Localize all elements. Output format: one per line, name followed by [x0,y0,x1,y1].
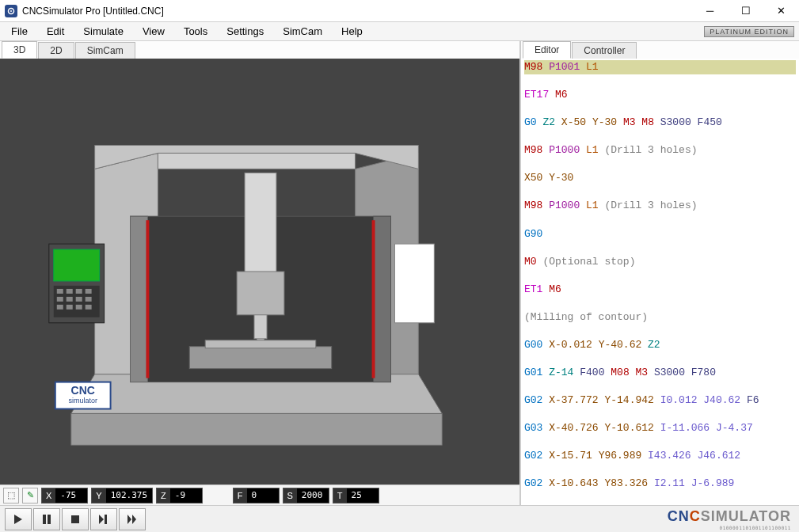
svg-point-1 [10,10,12,12]
svg-rect-33 [76,305,82,310]
coord-f: F 0 [233,488,280,504]
pause-button[interactable] [33,508,60,530]
coord-t: T 25 [333,488,379,504]
menu-simulate[interactable]: Simulate [74,22,133,40]
menubar: File Edit Simulate View Tools Settings S… [0,22,799,41]
coord-x: X -75 [41,488,88,504]
menu-help[interactable]: Help [332,22,372,40]
transport-bar: CNCSIMULATOR 0100001101001101100011 [0,505,799,532]
fast-forward-button[interactable] [119,508,146,530]
coord-y-label: Y [92,488,105,503]
svg-rect-23 [57,289,63,294]
svg-rect-14 [245,173,276,283]
gcode-line[interactable]: G02 X-10.643 Y83.326 I2.11 J-6.989 [524,477,796,491]
svg-rect-25 [76,289,82,294]
svg-marker-3 [71,413,443,445]
gcode-editor[interactable]: M98 P1001 L1 ET17 M6 G0 Z2 X-50 Y-30 M3 … [521,59,799,505]
gcode-line[interactable]: G00 X-0.012 Y-40.62 Z2 [524,338,796,352]
svg-rect-32 [67,305,73,310]
coord-f-value: 0 [247,488,279,503]
gcode-line[interactable]: X50 Y-30 [524,171,796,185]
coord-z: Z -9 [156,488,203,504]
titlebar: CNCSimulator Pro [Untitled.CNC] ─ ☐ ✕ [0,0,799,22]
svg-rect-26 [86,289,92,294]
coord-s-label: S [283,488,297,503]
menu-simcam[interactable]: SimCam [273,22,332,40]
edition-badge: PLATINUM EDITION [704,26,794,37]
coord-y: Y 102.375 [91,488,153,504]
tab-3d[interactable]: 3D [2,41,37,59]
stop-button[interactable] [62,508,89,530]
svg-rect-34 [86,305,92,310]
svg-marker-38 [14,515,22,524]
coord-x-value: -75 [55,488,87,503]
play-button[interactable] [5,508,32,530]
gcode-line[interactable]: ET1 M6 [524,283,796,297]
tab-simcam[interactable]: SimCam [75,42,135,59]
svg-rect-13 [394,244,434,323]
menu-edit[interactable]: Edit [37,22,74,40]
svg-rect-29 [76,297,82,302]
tab-2d[interactable]: 2D [38,42,74,59]
svg-rect-40 [48,515,51,524]
gcode-line[interactable]: M98 P1000 L1 (Drill 3 holes) [524,199,796,213]
svg-rect-19 [205,340,316,348]
maximize-button[interactable]: ☐ [728,0,763,22]
svg-rect-15 [237,272,284,315]
svg-marker-45 [132,515,136,524]
svg-rect-11 [146,220,149,378]
menu-tools[interactable]: Tools [174,22,217,40]
app-icon [5,5,17,17]
svg-rect-12 [372,220,375,378]
gcode-line[interactable]: G90 [524,227,796,241]
gcode-line[interactable]: G0 Z2 X-50 Y-30 M3 M8 S3000 F450 [524,116,796,130]
zoom-extents-icon[interactable]: ⬚ [3,488,19,504]
gcode-line[interactable]: M98 P1001 L1 [524,60,796,74]
menu-settings[interactable]: Settings [217,22,273,40]
svg-text:simulator: simulator [68,397,97,405]
svg-rect-9 [130,216,147,382]
svg-rect-41 [71,515,79,523]
svg-rect-43 [105,515,107,524]
coordinate-bar: ⬚ ✎ X -75 Y 102.375 Z -9 F 0 S 2000 [0,484,519,505]
svg-rect-10 [374,216,391,382]
coord-f-label: F [234,488,247,503]
svg-rect-16 [254,315,267,339]
gcode-line[interactable]: M98 P1000 L1 (Drill 3 holes) [524,143,796,158]
view-tabs: 3D 2D SimCam [0,41,519,59]
svg-rect-21 [54,249,100,281]
coord-y-value: 102.375 [106,488,152,503]
menu-file[interactable]: File [2,22,37,40]
svg-rect-31 [57,305,63,310]
svg-rect-28 [67,297,73,302]
close-button[interactable]: ✕ [763,0,799,22]
tab-editor[interactable]: Editor [523,41,571,59]
coord-s-value: 2000 [297,488,329,503]
svg-rect-30 [86,297,92,302]
minimize-button[interactable]: ─ [692,0,728,22]
coord-x-label: X [42,488,55,503]
coord-s: S 2000 [283,488,329,504]
footer-logo: CNCSIMULATOR 0100001101001101100011 [668,508,794,530]
gcode-line[interactable]: ET17 M6 [524,88,796,102]
gcode-line[interactable]: M0 (Optional stop) [524,255,796,269]
svg-rect-24 [67,289,73,294]
3d-viewport[interactable]: CNC simulator [0,59,519,484]
svg-marker-42 [99,515,104,524]
step-forward-button[interactable] [90,508,117,530]
editor-tabs: Editor Controller [521,41,799,59]
svg-rect-27 [57,297,63,302]
gcode-line[interactable]: G02 X-37.772 Y-14.942 I0.012 J40.62 F6 [524,393,796,408]
gcode-line[interactable]: G02 X-15.71 Y96.989 I43.426 J46.612 [524,449,796,463]
menu-view[interactable]: View [133,22,174,40]
tab-controller[interactable]: Controller [572,42,637,59]
gcode-line[interactable]: G01 Z-14 F400 M08 M3 S3000 F780 [524,366,796,380]
measure-icon[interactable]: ✎ [22,488,38,504]
coord-t-value: 25 [347,488,379,503]
gcode-line[interactable]: G03 X-40.726 Y-10.612 I-11.066 J-4.37 [524,421,796,435]
gcode-line[interactable]: (Milling of contour) [524,310,796,325]
window-title: CNCSimulator Pro [Untitled.CNC] [22,6,164,17]
svg-rect-18 [189,347,331,369]
svg-marker-7 [158,153,355,169]
svg-marker-44 [127,515,131,524]
